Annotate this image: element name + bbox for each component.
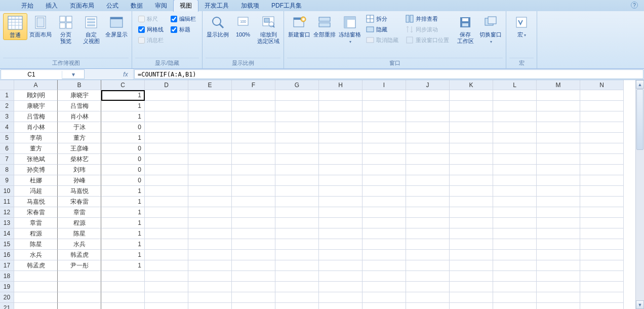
cell-C5[interactable]: 1	[101, 133, 145, 143]
cell-H21[interactable]	[319, 303, 363, 309]
cell-I8[interactable]	[363, 165, 406, 175]
cell-F3[interactable]	[232, 111, 275, 122]
cell-K9[interactable]	[450, 175, 493, 186]
cell-B12[interactable]: 章雷	[58, 207, 101, 218]
cell-K7[interactable]	[450, 154, 493, 165]
cell-J6[interactable]	[406, 143, 450, 154]
cell-L18[interactable]	[493, 271, 537, 282]
tab-审阅[interactable]: 审阅	[149, 0, 173, 12]
row-header[interactable]: 2	[0, 101, 14, 111]
cell-M13[interactable]	[537, 218, 580, 228]
cell-A14[interactable]: 程源	[14, 228, 58, 239]
cell-J10[interactable]	[406, 186, 450, 197]
cell-F2[interactable]	[232, 101, 275, 111]
cell-B13[interactable]: 程源	[58, 218, 101, 228]
cell-K12[interactable]	[450, 207, 493, 218]
zoom-100-button[interactable]: 100 100%	[231, 13, 255, 39]
scroll-down-button[interactable]: ▼	[636, 300, 644, 309]
cell-L16[interactable]	[493, 250, 537, 260]
cell-F4[interactable]	[232, 122, 275, 133]
cell-I13[interactable]	[363, 218, 406, 228]
chk-gridlines[interactable]: 网格线	[138, 26, 164, 33]
split-button[interactable]: 拆分	[365, 14, 399, 23]
cell-K2[interactable]	[450, 101, 493, 111]
cell-M2[interactable]	[537, 101, 580, 111]
cell-C1[interactable]: 1	[101, 90, 145, 101]
cell-E10[interactable]	[188, 186, 232, 197]
cell-B7[interactable]: 柴林艺	[58, 154, 101, 165]
cell-F9[interactable]	[232, 175, 275, 186]
select-all-corner[interactable]	[0, 80, 14, 90]
cell-C21[interactable]	[101, 303, 145, 309]
row-header[interactable]: 12	[0, 207, 14, 218]
cell-J20[interactable]	[406, 292, 450, 303]
cell-D11[interactable]	[145, 197, 188, 207]
cell-I9[interactable]	[363, 175, 406, 186]
cell-H4[interactable]	[319, 122, 363, 133]
cell-F16[interactable]	[232, 250, 275, 260]
cell-J21[interactable]	[406, 303, 450, 309]
tab-开发工具[interactable]: 开发工具	[198, 0, 235, 12]
row-header[interactable]: 3	[0, 111, 14, 122]
cell-L3[interactable]	[493, 111, 537, 122]
cell-A4[interactable]: 肖小林	[14, 122, 58, 133]
cell-N8[interactable]	[580, 165, 624, 175]
cell-B5[interactable]: 董方	[58, 133, 101, 143]
cell-B21[interactable]	[58, 303, 101, 309]
cell-A16[interactable]: 水兵	[14, 250, 58, 260]
cell-K21[interactable]	[450, 303, 493, 309]
cell-J8[interactable]	[406, 165, 450, 175]
cell-K6[interactable]	[450, 143, 493, 154]
cell-M20[interactable]	[537, 292, 580, 303]
col-header-D[interactable]: D	[145, 80, 188, 90]
cell-J7[interactable]	[406, 154, 450, 165]
cell-J11[interactable]	[406, 197, 450, 207]
cell-L21[interactable]	[493, 303, 537, 309]
cell-G18[interactable]	[275, 271, 319, 282]
cell-G11[interactable]	[275, 197, 319, 207]
cell-B18[interactable]	[58, 271, 101, 282]
cell-M11[interactable]	[537, 197, 580, 207]
cell-G9[interactable]	[275, 175, 319, 186]
cell-G12[interactable]	[275, 207, 319, 218]
cell-C13[interactable]: 1	[101, 218, 145, 228]
cell-K18[interactable]	[450, 271, 493, 282]
cell-F5[interactable]	[232, 133, 275, 143]
cell-M12[interactable]	[537, 207, 580, 218]
cell-H7[interactable]	[319, 154, 363, 165]
cell-M9[interactable]	[537, 175, 580, 186]
cell-G19[interactable]	[275, 282, 319, 292]
cell-E5[interactable]	[188, 133, 232, 143]
cell-G6[interactable]	[275, 143, 319, 154]
cell-A3[interactable]: 吕雪梅	[14, 111, 58, 122]
cell-J14[interactable]	[406, 228, 450, 239]
cell-F6[interactable]	[232, 143, 275, 154]
cell-C15[interactable]: 1	[101, 239, 145, 250]
cell-N10[interactable]	[580, 186, 624, 197]
cell-E1[interactable]	[188, 90, 232, 101]
cell-L9[interactable]	[493, 175, 537, 186]
cell-M19[interactable]	[537, 282, 580, 292]
page-break-button[interactable]: 分页 预览	[54, 13, 78, 46]
row-header[interactable]: 11	[0, 197, 14, 207]
row-header[interactable]: 16	[0, 250, 14, 260]
cell-M10[interactable]	[537, 186, 580, 197]
cell-C16[interactable]: 1	[101, 250, 145, 260]
cell-C2[interactable]: 1	[101, 101, 145, 111]
cell-K3[interactable]	[450, 111, 493, 122]
cell-A20[interactable]	[14, 292, 58, 303]
cell-H2[interactable]	[319, 101, 363, 111]
col-header-K[interactable]: K	[450, 80, 493, 90]
side-by-side-button[interactable]: 并排查看	[405, 14, 450, 23]
cell-M5[interactable]	[537, 133, 580, 143]
row-header[interactable]: 6	[0, 143, 14, 154]
cell-D4[interactable]	[145, 122, 188, 133]
cell-E17[interactable]	[188, 260, 232, 271]
cell-G16[interactable]	[275, 250, 319, 260]
cell-K20[interactable]	[450, 292, 493, 303]
cell-M3[interactable]	[537, 111, 580, 122]
cell-D9[interactable]	[145, 175, 188, 186]
cell-K13[interactable]	[450, 218, 493, 228]
cell-N21[interactable]	[580, 303, 624, 309]
cell-E16[interactable]	[188, 250, 232, 260]
